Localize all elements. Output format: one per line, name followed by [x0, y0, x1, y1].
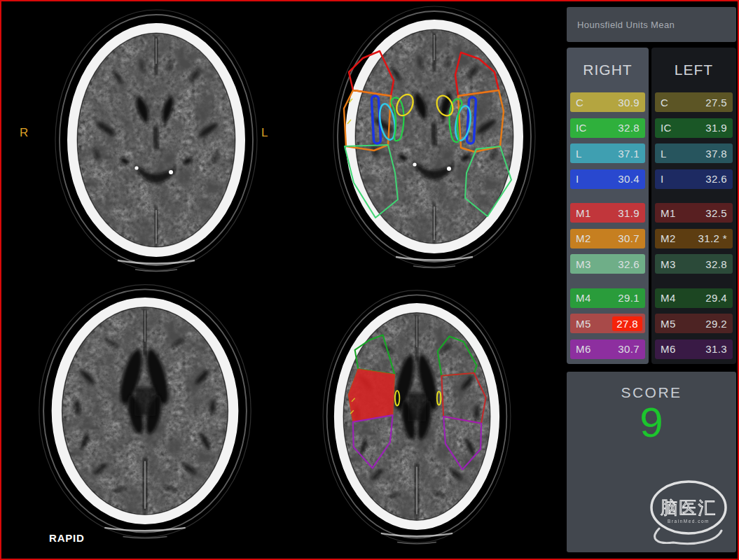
rapid-logo-text: RAPID [49, 532, 85, 544]
column-left-hemisphere: LEFT C27.5 IC31.9 L37.8 I32.6 M132.5 M23… [651, 48, 736, 364]
ct-axial-lower-aspects-overlay [333, 6, 535, 268]
hu-row-left-l: L37.8 [655, 144, 733, 163]
rapid-aspects-report: R L RAPID Hounsfield Units Mean RIGHT C3… [0, 0, 739, 560]
hu-row-right-m1: M131.9 [570, 203, 645, 223]
region-label: L [661, 148, 667, 160]
region-label: C [661, 97, 668, 108]
hu-row-right-m3: M332.6 [570, 254, 645, 274]
region-value: 30.7 [618, 232, 640, 244]
hu-row-right-m2: M230.7 [570, 229, 645, 248]
hu-row-right-l: L37.1 [570, 144, 645, 163]
region-value: 31.3 [705, 343, 727, 355]
region-value: 32.8 [618, 122, 640, 134]
region-value: 31.9 [705, 122, 727, 134]
region-value: 32.6 [618, 258, 640, 270]
region-label: M1 [576, 207, 591, 219]
column-right-hemisphere: RIGHT C30.9 IC32.8 L37.1 I30.4 M131.9 M2… [567, 48, 649, 364]
hu-row-left-i: I32.6 [655, 169, 733, 189]
region-label: M3 [576, 258, 591, 270]
region-value: 32.6 [705, 173, 727, 185]
hu-row-left-m6: M631.3 [655, 340, 733, 359]
hu-row-left-ic: IC31.9 [655, 118, 733, 138]
score-label: SCORE [567, 372, 736, 401]
region-label: I [576, 173, 579, 185]
region-label: M4 [576, 292, 591, 304]
region-label: C [576, 97, 583, 108]
region-value: 30.4 [618, 173, 640, 185]
region-value: 29.2 [705, 318, 727, 330]
region-label: M5 [661, 318, 676, 330]
hu-row-left-m2: M231.2 * [655, 229, 733, 248]
orientation-left-label: L [261, 126, 268, 140]
region-label: I [661, 173, 664, 185]
hu-row-left-m4: M429.4 [655, 288, 733, 308]
aspects-score-box: SCORE 9 脑医汇 BrainMed.com [567, 372, 736, 552]
brainmed-watermark-logo: 脑医汇 BrainMed.com [645, 477, 733, 548]
hu-row-right-m4: M429.1 [570, 288, 645, 308]
score-value: 9 [567, 401, 736, 444]
region-label: M2 [576, 232, 591, 244]
region-label: M2 [661, 232, 676, 244]
region-value: 30.7 [618, 343, 640, 355]
region-value: 27.5 [705, 97, 727, 108]
region-label: M5 [576, 318, 591, 330]
ct-scan-grid [0, 0, 564, 560]
infarct-region-m5-right [348, 369, 394, 422]
region-label: L [576, 148, 582, 160]
ct-axial-upper-plain [39, 285, 251, 538]
hu-row-right-m5: M527.8 [570, 314, 645, 333]
region-label: M6 [661, 343, 676, 355]
region-value: 30.9 [618, 97, 640, 108]
region-value: 27.8 [612, 316, 642, 331]
region-value: 29.4 [705, 292, 727, 304]
region-label: M3 [661, 258, 676, 270]
region-label: M1 [661, 207, 676, 219]
region-label: IC [576, 122, 587, 134]
hu-row-right-m6: M630.7 [570, 340, 645, 359]
ct-axial-upper-aspects-overlay [323, 290, 511, 544]
watermark-domain-text: BrainMed.com [668, 519, 710, 524]
hu-row-right-ic: IC32.8 [570, 118, 645, 138]
column-right-title: RIGHT [567, 48, 649, 92]
region-value: 31.9 [618, 207, 640, 219]
region-label: M6 [576, 343, 591, 355]
hemisphere-columns: RIGHT C30.9 IC32.8 L37.1 I30.4 M131.9 M2… [567, 48, 736, 364]
ct-axial-lower-plain [55, 10, 257, 272]
region-value: 31.2 * [698, 232, 727, 244]
region-value: 37.1 [618, 148, 640, 160]
hu-row-left-c: C27.5 [655, 92, 733, 112]
orientation-right-label: R [20, 126, 29, 140]
region-value: 32.5 [705, 207, 727, 219]
region-value: 29.1 [618, 292, 640, 304]
hounsfield-units-header: Hounsfield Units Mean [567, 7, 736, 42]
region-value: 32.8 [705, 258, 727, 270]
hu-row-right-i: I30.4 [570, 169, 645, 189]
column-left-title: LEFT [651, 48, 736, 92]
hu-row-left-m5: M529.2 [655, 314, 733, 333]
hu-row-right-c: C30.9 [570, 92, 645, 112]
hu-row-left-m1: M132.5 [655, 203, 733, 223]
region-value: 37.8 [705, 148, 727, 160]
watermark-chinese-text: 脑医汇 [661, 498, 717, 517]
region-label: M4 [661, 292, 676, 304]
hu-row-left-m3: M332.8 [655, 254, 733, 274]
hounsfield-panel: Hounsfield Units Mean RIGHT C30.9 IC32.8… [567, 7, 736, 552]
region-label: IC [661, 122, 672, 134]
